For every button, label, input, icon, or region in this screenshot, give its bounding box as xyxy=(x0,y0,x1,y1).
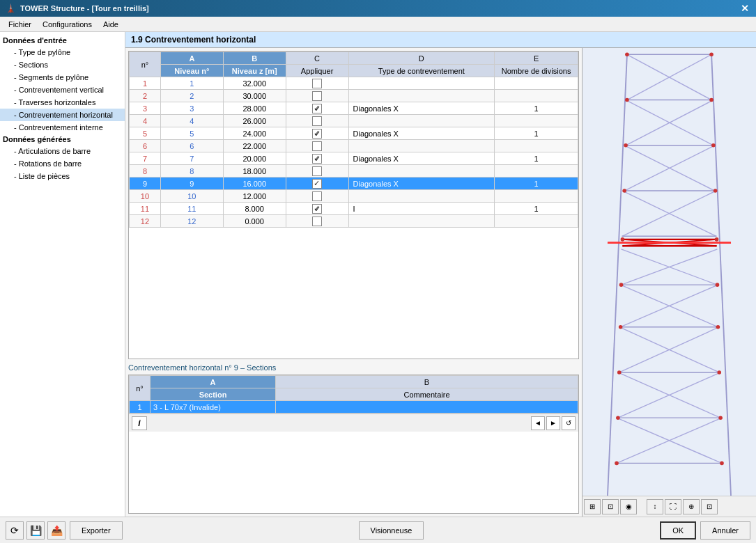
visionneuse-button[interactable]: Visionneuse xyxy=(359,521,424,540)
cell-n: 1 xyxy=(130,401,151,414)
cell-n: 3 xyxy=(130,102,161,115)
menu-bar: Fichier Configurations Aide xyxy=(0,17,756,32)
cell-d xyxy=(348,190,495,203)
close-button[interactable]: ✕ xyxy=(739,3,750,14)
view-btn-1[interactable]: ⊞ xyxy=(584,499,601,514)
col-e-subheader: Nombre de divisions xyxy=(495,65,578,77)
svg-point-36 xyxy=(625,53,629,57)
table-row[interactable]: 12 12 0.000 xyxy=(130,215,578,228)
sidebar-item-type-pylone[interactable]: Type de pylône xyxy=(0,46,125,58)
cell-b: 16.000 xyxy=(223,178,286,190)
view-btn-5[interactable]: ⛶ xyxy=(665,499,681,514)
view-btn-3[interactable]: ◉ xyxy=(620,499,637,514)
lower-col-n-header: n° xyxy=(130,376,151,401)
cell-apply[interactable] xyxy=(286,190,348,203)
svg-point-39 xyxy=(709,98,713,102)
cell-n: 2 xyxy=(130,90,161,102)
cell-n: 4 xyxy=(130,115,161,127)
sidebar-item-rotations[interactable]: Rotations de barre xyxy=(0,157,125,170)
cell-apply[interactable] xyxy=(286,140,348,152)
table-row[interactable]: 5 5 24.000 ✓ Diagonales X 1 xyxy=(130,127,578,140)
window-title: TOWER Structure - [Tour en treillis] xyxy=(20,4,149,13)
sidebar-item-contreventement-interne[interactable]: Contreventement interne xyxy=(0,121,125,134)
svg-point-49 xyxy=(716,325,720,329)
upper-table: n° A B C D E Niveau n° Niveau z [m] xyxy=(129,52,578,228)
cell-apply[interactable] xyxy=(286,165,348,178)
col-a-header: A xyxy=(160,52,223,65)
view-btn-7[interactable]: ⊡ xyxy=(701,499,718,514)
cell-e: 1 xyxy=(495,203,578,215)
svg-point-46 xyxy=(619,283,624,287)
cell-apply[interactable] xyxy=(286,90,348,102)
cell-e xyxy=(495,115,578,127)
table-row[interactable]: 6 6 22.000 xyxy=(130,140,578,152)
cell-apply[interactable] xyxy=(286,77,348,90)
title-bar: 🗼 TOWER Structure - [Tour en treillis] ✕ xyxy=(0,0,756,17)
sidebar-section-donnees-entree: Données d'entrée xyxy=(0,35,125,46)
svg-point-43 xyxy=(713,189,718,193)
cell-d: Diagonales X xyxy=(348,127,495,140)
menu-aide[interactable]: Aide xyxy=(98,19,124,30)
view-toolbar: ⊞ ⊡ ◉ ↕ ⛶ ⊕ ⊡ xyxy=(583,496,756,517)
ok-button[interactable]: OK xyxy=(660,521,696,540)
cell-n: 12 xyxy=(130,215,161,228)
sidebar-item-contreventement-horizontal[interactable]: Contreventement horizontal xyxy=(0,109,125,121)
sidebar-item-liste-pieces[interactable]: Liste de pièces xyxy=(0,170,125,182)
info-button[interactable]: i xyxy=(132,416,147,430)
menu-fichier[interactable]: Fichier xyxy=(3,19,37,30)
table-row[interactable]: 2 2 30.000 xyxy=(130,90,578,102)
next-button[interactable]: ► xyxy=(546,416,560,430)
cell-e: 1 xyxy=(495,127,578,140)
view-btn-4[interactable]: ↕ xyxy=(647,499,663,514)
svg-point-44 xyxy=(621,237,625,242)
bottom-icon-3[interactable]: 📤 xyxy=(47,521,65,540)
svg-point-38 xyxy=(625,98,629,102)
cell-apply[interactable]: ✓ xyxy=(286,203,348,215)
sidebar-item-traverses[interactable]: Traverses horizontales xyxy=(0,96,125,109)
view-btn-6[interactable]: ⊕ xyxy=(683,499,700,514)
cell-n: 7 xyxy=(130,152,161,165)
cell-b: 18.000 xyxy=(223,165,286,178)
table-row[interactable]: 11 11 8.000 ✓ I 1 xyxy=(130,203,578,215)
table-row[interactable]: 9 9 16.000 ✓ Diagonales X 1 xyxy=(130,178,578,190)
svg-point-42 xyxy=(622,189,626,193)
annuler-button[interactable]: Annuler xyxy=(700,521,750,540)
prev-button[interactable]: ◄ xyxy=(531,416,545,430)
cell-apply[interactable] xyxy=(286,215,348,228)
table-row[interactable]: 1 3 - L 70x7 (Invalide) xyxy=(130,401,578,414)
svg-point-37 xyxy=(709,53,713,57)
col-c-header: C xyxy=(286,52,348,65)
sidebar-item-sections[interactable]: Sections xyxy=(0,58,125,71)
table-row[interactable]: 8 8 18.000 xyxy=(130,165,578,178)
cell-apply[interactable]: ✓ xyxy=(286,152,348,165)
cell-apply[interactable]: ✓ xyxy=(286,127,348,140)
svg-rect-0 xyxy=(588,48,750,496)
table-row[interactable]: 3 3 28.000 ✓ Diagonales X 1 xyxy=(130,102,578,115)
refresh-button[interactable]: ↺ xyxy=(562,416,576,430)
cell-b: 28.000 xyxy=(223,102,286,115)
nav-bar: i ◄ ► ↺ xyxy=(129,414,578,432)
table-row[interactable]: 4 4 26.000 xyxy=(130,115,578,127)
menu-configurations[interactable]: Configurations xyxy=(37,19,98,30)
lower-col-b-subheader: Commentaire xyxy=(276,388,578,401)
sidebar-item-articulations[interactable]: Articulations de barre xyxy=(0,145,125,157)
table-row[interactable]: 7 7 20.000 ✓ Diagonales X 1 xyxy=(130,152,578,165)
table-row[interactable]: 10 10 12.000 xyxy=(130,190,578,203)
view-btn-2[interactable]: ⊡ xyxy=(602,499,619,514)
cell-d: Diagonales X xyxy=(348,152,495,165)
cell-d: Diagonales X xyxy=(348,178,495,190)
cell-apply[interactable]: ✓ xyxy=(286,102,348,115)
cell-apply[interactable]: ✓ xyxy=(286,178,348,190)
3d-view: ⊞ ⊡ ◉ ↕ ⛶ ⊕ ⊡ xyxy=(582,48,756,517)
sidebar-item-contreventement-vertical[interactable]: Contreventement vertical xyxy=(0,84,125,96)
sidebar-item-segments[interactable]: Segments de pylône xyxy=(0,71,125,84)
cell-apply[interactable] xyxy=(286,115,348,127)
export-button[interactable]: Exporter xyxy=(70,521,123,540)
cell-n: 5 xyxy=(130,127,161,140)
table-row[interactable]: 1 1 32.000 xyxy=(130,77,578,90)
cell-n: 8 xyxy=(130,165,161,178)
bottom-icon-2[interactable]: 💾 xyxy=(26,521,45,540)
bottom-icon-1[interactable]: ⟳ xyxy=(6,521,24,540)
cell-d: Diagonales X xyxy=(348,102,495,115)
cell-a: 11 xyxy=(160,203,223,215)
